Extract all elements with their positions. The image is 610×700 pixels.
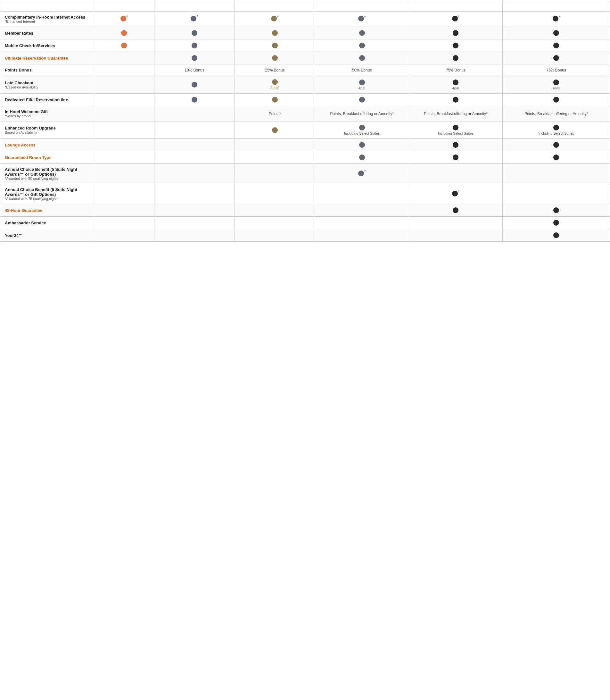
benefit-cell-ambassador	[503, 229, 610, 242]
benefit-cell-titanium: 75% Bonus	[409, 64, 503, 76]
table-row: Late Checkout*Based on availability2pm*4…	[0, 76, 610, 94]
benefit-dot	[553, 220, 559, 226]
benefit-dot	[272, 30, 278, 36]
benefit-dot	[553, 233, 559, 238]
benefit-cell-gold	[235, 217, 315, 229]
benefit-dot	[121, 30, 127, 36]
benefit-cell-ambassador: 75% Bonus	[503, 64, 610, 76]
benefit-cell-titanium	[409, 39, 503, 52]
benefit-cell-silver	[154, 94, 235, 106]
benefit-cell-ambassador	[503, 217, 610, 229]
benefit-cell-silver	[154, 39, 235, 52]
benefit-cell-platinum	[315, 204, 409, 217]
benefit-cell-ambassador	[503, 204, 610, 217]
benefit-label: Ultimate Reservation Guarantee	[0, 52, 94, 64]
benefit-label: Points Bonus	[0, 64, 94, 76]
benefit-cell-gold	[235, 229, 315, 242]
benefit-cell-platinum	[315, 139, 409, 151]
benefit-dot	[272, 79, 278, 85]
benefit-cell-gold	[235, 27, 315, 39]
table-row: Ultimate Reservation Guarantee	[0, 52, 610, 64]
table-row: Your24™	[0, 229, 610, 242]
benefit-cell-titanium: Points, Breakfast offering or Amenity*	[409, 106, 503, 122]
benefit-dot	[359, 125, 365, 130]
benefit-cell-member: *	[94, 12, 154, 27]
benefit-cell-member	[94, 204, 154, 217]
benefit-dot	[553, 125, 559, 130]
benefit-dot	[452, 191, 458, 196]
benefit-cell-member	[94, 164, 154, 184]
benefit-label: Guaranteed Room Type	[0, 151, 94, 164]
benefit-cell-member	[94, 151, 154, 164]
benefit-cell-platinum: *	[315, 164, 409, 184]
benefit-cell-platinum: *	[315, 12, 409, 27]
benefit-dot	[553, 79, 559, 85]
benefit-dot	[359, 142, 365, 148]
benefit-cell-gold: Points*	[235, 106, 315, 122]
header-member	[94, 0, 154, 12]
benefit-cell-gold	[235, 204, 315, 217]
benefit-dot	[453, 43, 459, 48]
header-titanium	[409, 0, 503, 12]
benefit-dot	[192, 43, 197, 48]
benefit-dot	[453, 97, 459, 102]
benefit-label: In Hotel Welcome Gift*Varies by brand	[0, 106, 94, 122]
benefit-cell-gold	[235, 164, 315, 184]
benefit-cell-silver	[154, 164, 235, 184]
benefit-dot	[271, 16, 277, 21]
benefit-cell-platinum	[315, 39, 409, 52]
benefit-cell-gold	[235, 122, 315, 139]
benefit-label: Annual Choice Benefit (5 Suite Night Awa…	[0, 164, 94, 184]
benefit-cell-titanium	[409, 27, 503, 39]
benefit-dot	[192, 82, 197, 88]
header-platinum	[315, 0, 409, 12]
benefit-cell-platinum: Points, Breakfast offering or Amenity*	[315, 106, 409, 122]
table-row: Points Bonus10% Bonus25% Bonus50% Bonus7…	[0, 64, 610, 76]
benefit-label: Annual Choice Benefit (5 Suite Night Awa…	[0, 184, 94, 204]
benefit-dot	[553, 55, 559, 61]
benefit-cell-silver: *	[154, 12, 235, 27]
table-row: Complimentary In-Room Internet Access*En…	[0, 12, 610, 27]
benefit-cell-member	[94, 229, 154, 242]
benefit-label: Late Checkout*Based on availability	[0, 76, 94, 94]
benefit-dot	[358, 171, 364, 176]
benefit-cell-gold	[235, 184, 315, 204]
benefit-cell-member	[94, 64, 154, 76]
benefit-cell-ambassador	[503, 27, 610, 39]
benefit-cell-titanium	[409, 52, 503, 64]
benefit-cell-platinum	[315, 94, 409, 106]
benefit-cell-titanium	[409, 139, 503, 151]
benefit-dot	[359, 155, 365, 160]
table-row: Lounge Access	[0, 139, 610, 151]
benefit-dot	[272, 127, 278, 133]
table-row: 48-Hour Guarantee	[0, 204, 610, 217]
benefit-cell-silver	[154, 27, 235, 39]
benefit-cell-platinum: 50% Bonus	[315, 64, 409, 76]
benefit-cell-ambassador	[503, 164, 610, 184]
table-row: Ambassador Service	[0, 217, 610, 229]
benefit-dot	[358, 16, 364, 21]
table-row: Enhanced Room UpgradeBased on Availabili…	[0, 122, 610, 139]
benefit-cell-platinum	[315, 27, 409, 39]
benefit-cell-member	[94, 122, 154, 139]
benefit-dot	[191, 16, 196, 21]
benefit-dot	[359, 43, 365, 48]
benefit-label: Your24™	[0, 229, 94, 242]
benefit-cell-titanium	[409, 151, 503, 164]
benefit-dot	[553, 207, 559, 213]
benefit-dot	[121, 16, 126, 21]
benefit-dot	[453, 55, 459, 61]
benefit-dot	[272, 97, 278, 102]
benefit-cell-platinum	[315, 229, 409, 242]
benefit-dot	[553, 97, 559, 102]
benefit-dot	[272, 43, 278, 48]
benefit-cell-ambassador	[503, 52, 610, 64]
benefit-cell-silver: 10% Bonus	[154, 64, 235, 76]
benefit-dot	[192, 55, 197, 61]
benefit-cell-silver	[154, 52, 235, 64]
benefit-cell-member	[94, 76, 154, 94]
benefit-dot	[553, 16, 558, 21]
benefit-dot	[453, 142, 459, 148]
benefit-cell-platinum	[315, 184, 409, 204]
benefit-cell-titanium	[409, 204, 503, 217]
